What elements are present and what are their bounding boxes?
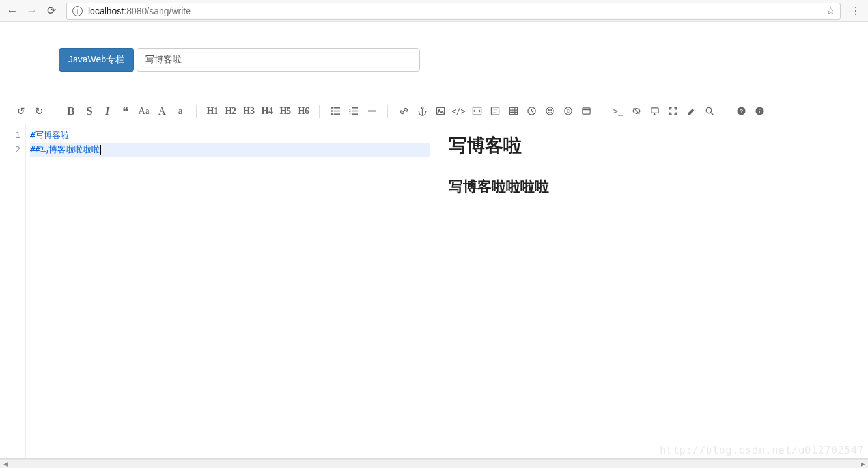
preformatted-button[interactable] (486, 102, 504, 120)
h1-button[interactable]: H1 (203, 102, 221, 120)
browser-menu-icon[interactable]: ⋮ (847, 5, 864, 17)
editor-panes: 1 2 #写博客啦 ##写博客啦啦啦啦 写博客啦 写博客啦啦啦啦 (0, 124, 868, 458)
h6-button[interactable]: H6 (294, 102, 313, 120)
forward-button[interactable]: → (23, 3, 40, 20)
hr-button[interactable] (363, 102, 381, 120)
scroll-right-arrow[interactable]: ▶ (859, 461, 867, 467)
anchor-button[interactable] (413, 102, 431, 120)
preview-h1: 写博客啦 (449, 133, 854, 165)
svg-rect-18 (509, 107, 517, 114)
horizontal-scrollbar[interactable]: ◀ ▶ (0, 459, 868, 468)
svg-point-2 (331, 110, 332, 111)
code-button[interactable]: </> (449, 102, 468, 120)
svg-point-13 (421, 107, 423, 109)
h4-button[interactable]: H4 (258, 102, 276, 120)
pagebreak-button[interactable] (577, 102, 595, 120)
bold-button[interactable]: B (62, 102, 80, 120)
unordered-list-button[interactable] (326, 102, 344, 120)
h3-button[interactable]: H3 (240, 102, 258, 120)
bookmark-star-icon[interactable]: ☆ (826, 5, 835, 17)
svg-point-21 (548, 110, 549, 111)
svg-rect-5 (333, 113, 339, 115)
svg-point-4 (331, 113, 332, 115)
title-input[interactable] (137, 48, 420, 72)
uppercase-button[interactable]: A (153, 102, 171, 120)
svg-point-15 (438, 109, 439, 111)
svg-text:C: C (567, 109, 570, 113)
case-mixed-button[interactable]: Aa (135, 102, 153, 120)
category-button[interactable]: JavaWeb专栏 (59, 48, 134, 72)
preview-button[interactable] (645, 102, 664, 120)
svg-point-22 (550, 110, 551, 111)
svg-rect-9 (352, 111, 357, 112)
image-button[interactable] (431, 102, 449, 120)
clear-button[interactable] (682, 102, 700, 120)
post-header-row: JavaWeb专栏 (0, 22, 868, 98)
line-number: 1 (0, 128, 20, 143)
code-content[interactable]: #写博客啦 ##写博客啦啦啦啦 (26, 124, 434, 458)
line-number: 2 (0, 143, 20, 157)
code-block-button[interactable] (468, 102, 486, 120)
code-pane[interactable]: 1 2 #写博客啦 ##写博客啦啦啦啦 (0, 124, 434, 458)
browser-toolbar: ← → ⟳ i localhost:8080/sang/write ☆ ⋮ (0, 0, 868, 22)
svg-rect-11 (352, 113, 357, 115)
italic-button[interactable]: I (98, 102, 117, 120)
markdown-editor: ↺ ↻ B S I ❝ Aa A a H1 H2 H3 H4 H5 H6 123 (0, 98, 868, 459)
svg-rect-12 (367, 111, 376, 112)
link-button[interactable] (395, 102, 413, 120)
editor-toolbar: ↺ ↻ B S I ❝ Aa A a H1 H2 H3 H4 H5 H6 123 (0, 98, 868, 124)
goto-line-button[interactable]: >_ (609, 102, 627, 120)
back-button[interactable]: ← (4, 3, 21, 20)
text-cursor (100, 145, 101, 155)
emoji-button[interactable] (540, 102, 559, 120)
line-gutter: 1 2 (0, 124, 26, 458)
h2-button[interactable]: H2 (221, 102, 240, 120)
site-info-icon[interactable]: i (72, 6, 83, 16)
reload-button[interactable]: ⟳ (43, 3, 60, 20)
quote-button[interactable]: ❝ (117, 102, 135, 120)
svg-point-27 (706, 107, 711, 113)
code-line[interactable]: #写博客啦 (30, 128, 430, 143)
ordered-list-button[interactable]: 123 (344, 102, 363, 120)
svg-point-20 (546, 107, 553, 115)
help-button[interactable]: ? (732, 102, 750, 120)
info-button[interactable]: i (750, 102, 768, 120)
watch-button[interactable] (627, 102, 645, 120)
svg-rect-3 (333, 111, 339, 112)
h5-button[interactable]: H5 (276, 102, 294, 120)
scroll-track[interactable] (9, 461, 859, 467)
datetime-button[interactable] (522, 102, 540, 120)
svg-rect-26 (651, 108, 658, 113)
svg-rect-14 (436, 107, 444, 114)
svg-text:3: 3 (349, 113, 351, 116)
preview-h2: 写博客啦啦啦啦 (449, 177, 854, 202)
code-line[interactable]: ##写博客啦啦啦啦 (30, 143, 430, 157)
svg-rect-1 (333, 107, 339, 109)
fullscreen-button[interactable] (664, 102, 682, 120)
address-bar[interactable]: i localhost:8080/sang/write ☆ (66, 3, 841, 20)
url-text: localhost:8080/sang/write (88, 6, 191, 16)
table-button[interactable] (504, 102, 522, 120)
strikethrough-button[interactable]: S (80, 102, 98, 120)
undo-button[interactable]: ↺ (12, 102, 30, 120)
svg-point-0 (331, 107, 332, 109)
preview-pane: 写博客啦 写博客啦啦啦啦 (434, 124, 869, 458)
svg-rect-25 (582, 108, 589, 114)
scroll-left-arrow[interactable]: ◀ (1, 461, 9, 467)
redo-button[interactable]: ↻ (30, 102, 48, 120)
search-button[interactable] (700, 102, 718, 120)
lowercase-button[interactable]: a (171, 102, 189, 120)
html-entities-button[interactable]: C (559, 102, 577, 120)
svg-text:?: ? (740, 108, 743, 115)
svg-rect-7 (352, 107, 357, 109)
